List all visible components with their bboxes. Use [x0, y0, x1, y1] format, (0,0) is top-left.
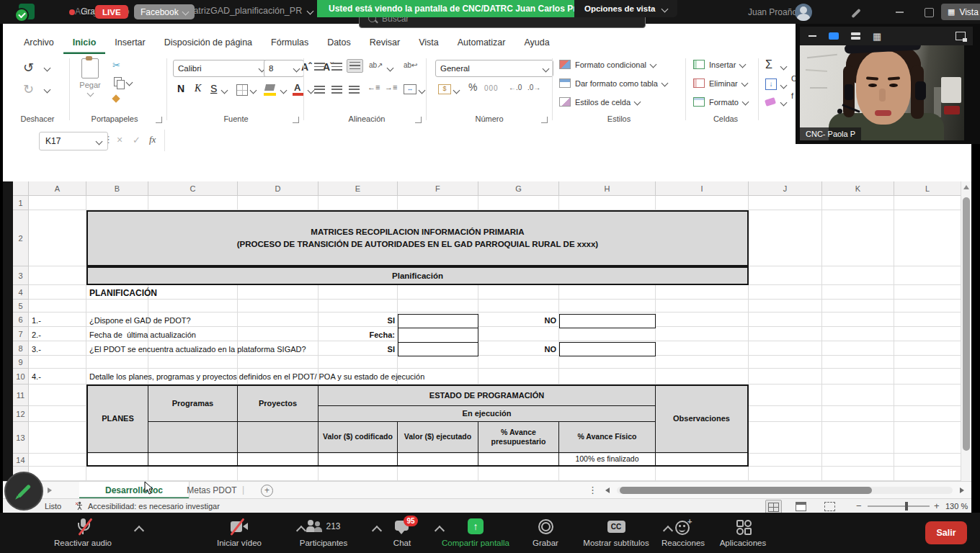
font-color-icon[interactable]: A: [294, 82, 300, 93]
zoom-in-icon[interactable]: +: [934, 500, 940, 511]
sheet-title-block[interactable]: MATRICES RECOPILACION INFORMACIÓN PRIMAR…: [86, 210, 749, 266]
programs-table[interactable]: PLANES Programas Proyectos ESTADO DE PRO…: [86, 385, 749, 467]
q1-no-answer-cell[interactable]: [559, 314, 656, 328]
align-middle-icon[interactable]: [331, 63, 342, 71]
q3-no-answer-cell[interactable]: [559, 342, 656, 356]
tab-datos[interactable]: Datos: [318, 33, 360, 54]
format-painter-icon[interactable]: [112, 94, 120, 102]
orientation-dropdown-icon[interactable]: [387, 65, 394, 72]
accounting-dropdown-icon[interactable]: [453, 87, 460, 94]
document-title[interactable]: MatrizGAD_planificación_PR: [186, 6, 313, 16]
zoom-out-icon[interactable]: −: [856, 500, 862, 511]
redo-icon[interactable]: ↻: [23, 81, 34, 97]
avatar[interactable]: [795, 4, 812, 21]
accounting-format-icon[interactable]: $: [438, 84, 451, 94]
q3-si-answer-cell[interactable]: [398, 342, 478, 356]
vertical-scrollbar[interactable]: [961, 181, 971, 481]
view-options-button[interactable]: Opciones de vista: [574, 0, 677, 17]
section-banner[interactable]: Planificación: [86, 266, 749, 285]
font-dialog-launcher-icon[interactable]: [293, 117, 299, 123]
merge-center-icon[interactable]: ↔: [404, 84, 416, 94]
font-name-select[interactable]: Calibri: [173, 60, 270, 77]
decrease-indent-icon[interactable]: ←≡: [368, 83, 380, 91]
vertical-scroll-thumb[interactable]: [963, 197, 970, 451]
horizontal-scrollbar[interactable]: [617, 487, 953, 494]
apps-button[interactable]: Aplicaciones: [696, 518, 790, 547]
speaker-list-view-icon[interactable]: [851, 32, 860, 40]
audio-options-icon[interactable]: [134, 526, 144, 536]
format-as-table-button[interactable]: Dar formato como tabla: [559, 78, 667, 88]
avance-fisico-note[interactable]: 100% es finalizado: [559, 452, 656, 465]
fill-down-icon[interactable]: ↓: [765, 78, 777, 90]
paste-button[interactable]: Pegar: [75, 58, 105, 96]
tab-formulas[interactable]: Fórmulas: [262, 33, 318, 54]
popout-view-icon[interactable]: [956, 32, 966, 40]
delete-cells-button[interactable]: Eliminar: [693, 78, 747, 88]
alignment-dialog-launcher-icon[interactable]: [415, 117, 422, 123]
table-row[interactable]: [88, 452, 148, 465]
tab-revisar[interactable]: Revisar: [360, 33, 409, 54]
redo-dropdown-icon[interactable]: [44, 86, 51, 94]
page-break-view-icon[interactable]: [824, 502, 835, 511]
clear-dropdown-icon[interactable]: [780, 99, 788, 107]
borders-icon[interactable]: [236, 84, 248, 96]
annotate-pen-icon[interactable]: [851, 9, 860, 18]
underline-dropdown-icon[interactable]: [221, 87, 228, 94]
fill-dropdown-icon[interactable]: [780, 82, 788, 89]
decrease-decimal-icon[interactable]: .0→: [527, 84, 540, 91]
start-video-button[interactable]: Iniciar vídeo: [192, 518, 286, 547]
cam-minimize-icon[interactable]: [808, 35, 816, 37]
percent-icon[interactable]: %: [468, 81, 477, 93]
minimize-icon[interactable]: [896, 12, 904, 13]
cell-styles-button[interactable]: Estilos de celda: [559, 97, 640, 107]
autosum-icon[interactable]: Σ: [765, 58, 772, 71]
q1-si-answer-cell[interactable]: [398, 314, 478, 328]
increase-decimal-icon[interactable]: ←.0: [509, 84, 522, 91]
clipboard-dialog-launcher-icon[interactable]: [156, 117, 162, 123]
fx-icon[interactable]: fx: [149, 134, 156, 145]
tab-disposicion[interactable]: Disposición de página: [155, 33, 262, 54]
q2-answer-cell[interactable]: [398, 328, 478, 343]
hscroll-left-icon[interactable]: [605, 487, 610, 493]
wrap-text-icon[interactable]: ab↩: [404, 61, 418, 69]
name-box[interactable]: K17: [39, 132, 108, 150]
autosum-dropdown-icon[interactable]: [780, 63, 788, 71]
number-format-select[interactable]: General: [435, 60, 553, 77]
webcam-video[interactable]: CNC- Paola P: [800, 45, 964, 140]
fill-color-icon[interactable]: [264, 84, 275, 91]
worksheet-grid[interactable]: ABCDEFGHIJKL1234567891011121314 MATRICES…: [13, 181, 961, 481]
page-layout-view-icon[interactable]: [796, 502, 806, 511]
conditional-format-button[interactable]: Formato condicional: [559, 60, 656, 69]
bold-button[interactable]: N: [177, 83, 184, 94]
tab-automatizar[interactable]: Automatizar: [448, 33, 515, 54]
horizontal-scroll-thumb[interactable]: [620, 487, 872, 494]
tab-scroll-right-icon[interactable]: [48, 487, 52, 493]
font-size-select[interactable]: 8: [264, 60, 304, 77]
number-dialog-launcher-icon[interactable]: [541, 117, 548, 123]
insert-cells-button[interactable]: Insertar: [693, 60, 745, 69]
copy-dropdown-icon[interactable]: [126, 79, 133, 86]
undo-dropdown-icon[interactable]: [44, 65, 51, 72]
align-bottom-icon[interactable]: [347, 59, 363, 73]
cut-icon[interactable]: ✂: [112, 60, 120, 71]
gallery-view-icon[interactable]: ▦: [873, 31, 881, 42]
align-center-icon[interactable]: [331, 86, 342, 94]
confirm-entry-icon[interactable]: ✓: [133, 135, 141, 145]
zoom-slider-thumb[interactable]: [905, 502, 908, 511]
font-color-dropdown-icon[interactable]: [308, 87, 315, 94]
leave-button[interactable]: Salir: [925, 521, 967, 544]
sheet-tab-metas[interactable]: Metas PDOT: [170, 482, 254, 499]
align-right-icon[interactable]: [349, 86, 360, 94]
format-cells-button[interactable]: Formato: [693, 97, 748, 107]
sheet-options-icon[interactable]: ⋮: [588, 485, 597, 495]
scroll-up-icon[interactable]: [963, 185, 969, 189]
more-options-icon[interactable]: ⋮: [104, 134, 113, 145]
fill-color-dropdown-icon[interactable]: [280, 87, 288, 94]
accessibility-icon[interactable]: [75, 501, 84, 511]
tab-ayuda[interactable]: Ayuda: [514, 33, 558, 54]
zoom-slider[interactable]: [868, 505, 930, 507]
facebook-stream-button[interactable]: Facebook: [134, 4, 195, 19]
annotation-fab[interactable]: [4, 472, 43, 511]
cancel-entry-icon[interactable]: ×: [117, 134, 122, 145]
align-top-icon[interactable]: [314, 63, 325, 71]
